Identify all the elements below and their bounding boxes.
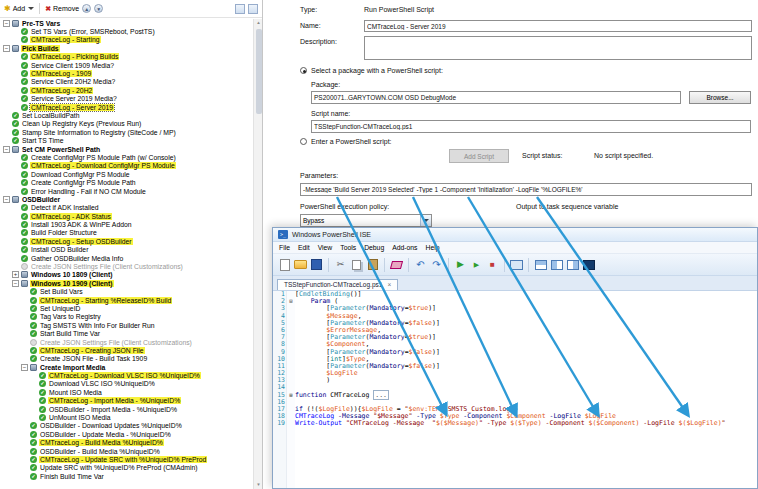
menu-help[interactable]: Help xyxy=(426,244,440,251)
browse-button[interactable]: Browse... xyxy=(689,91,751,104)
tree-item[interactable]: ✓Create ConfigMgr PS Module Path xyxy=(0,178,253,186)
menu-debug[interactable]: Debug xyxy=(364,244,384,251)
fold-expand-icon[interactable]: ⊞ xyxy=(287,392,295,399)
tree-item[interactable]: −Pick Builds xyxy=(0,44,253,52)
name-field[interactable] xyxy=(364,20,752,32)
tree-item[interactable]: ✓CMTraceLog - ADK Status xyxy=(0,212,253,220)
tree-item[interactable]: ✓Stamp Site Information to Registry (Sit… xyxy=(0,128,253,136)
tree-item[interactable]: −Create Import Media xyxy=(0,363,253,371)
tree-item[interactable]: ✓CMTraceLog - 1909 xyxy=(0,69,253,77)
tree-item[interactable]: ✓Install 1903 ADK & WinPE Addon xyxy=(0,220,253,228)
runsel-icon[interactable]: ▶ xyxy=(470,258,483,271)
tree-item[interactable]: ✓Set TS Vars (Error, SMSReboot, PostTS) xyxy=(0,27,253,35)
collapse-icon[interactable]: − xyxy=(21,364,28,371)
scrollbar-thumb[interactable] xyxy=(256,29,262,114)
remove-button[interactable]: ✖ Remove xyxy=(45,5,79,13)
tree-item[interactable]: ✓Finish Build Time Var xyxy=(0,472,253,480)
tree-item[interactable]: ✓Service Client 1909 Media? xyxy=(0,61,253,69)
tree-item[interactable]: ✓Tag SMSTS With Info For Builder Run xyxy=(0,321,253,329)
remote-icon[interactable] xyxy=(510,258,523,271)
chevron-down-icon[interactable] xyxy=(28,7,34,10)
tree-item[interactable]: ✓CMTraceLog - Update SRC with %UniqueID%… xyxy=(0,455,253,463)
new-icon[interactable] xyxy=(278,258,291,271)
scroll-down-icon[interactable]: ▼ xyxy=(254,481,263,489)
collapse-all-icon[interactable] xyxy=(248,4,258,14)
tree-item[interactable]: ✓CMTraceLog - 20H2 xyxy=(0,86,253,94)
tree-item[interactable]: ✓Install OSD Builder xyxy=(0,246,253,254)
tree-item[interactable]: ✓Clean Up Registry Keys (Previous Run) xyxy=(0,120,253,128)
menu-edit[interactable]: Edit xyxy=(298,244,310,251)
tree-item[interactable]: ✓CMTraceLog - Server 2019 xyxy=(0,103,253,111)
select-package-radio[interactable]: Select a package with a PowerShell scrip… xyxy=(300,67,443,74)
package-field[interactable]: PS200071..GARYTOWN.COM OSD DebugMode xyxy=(311,91,681,104)
stop-icon[interactable]: ■ xyxy=(486,258,499,271)
tree-item[interactable]: ✓CMTraceLog - Build Media %UniqueID% xyxy=(0,439,253,447)
save-icon[interactable] xyxy=(310,258,323,271)
menu-file[interactable]: File xyxy=(279,244,290,251)
tree-item[interactable]: ✓Set LocalBuildPath xyxy=(0,111,253,119)
enter-script-radio[interactable]: Enter a PowerShell script: xyxy=(300,138,392,145)
pane-split-icon[interactable] xyxy=(550,258,563,271)
tree-item[interactable]: ✓Create ConfigMgr PS Module Path (w/ Con… xyxy=(0,153,253,161)
undo-icon[interactable]: ↶ xyxy=(414,258,427,271)
tree-item[interactable]: −Windows 10 1909 (Client) xyxy=(0,279,253,287)
move-up-icon[interactable]: ▲ xyxy=(82,4,91,13)
execution-policy-select[interactable]: Bypass xyxy=(300,214,432,227)
tree-item[interactable]: ✓CMTraceLog - Import Media - %UniqueID% xyxy=(0,397,253,405)
tree-item[interactable]: ✓CMTraceLog - Picking Builds xyxy=(0,53,253,61)
scroll-up-icon[interactable]: ▲ xyxy=(254,19,263,27)
parameters-field[interactable] xyxy=(300,183,752,196)
tree-item[interactable]: ✓CMTraceLog - Download VLSC ISO %UniqueI… xyxy=(0,371,253,379)
tree-item[interactable]: ✓Set UniqueID xyxy=(0,304,253,312)
tree-item[interactable]: ✓Download VLSC ISO %UniqueID% xyxy=(0,380,253,388)
tree-item[interactable]: ✓CMTraceLog - Download ConfigMgr PS Modu… xyxy=(0,162,253,170)
tree-item[interactable]: ✓Create JSON File - Build Task 1909 xyxy=(0,355,253,363)
script-tab[interactable]: TSStepFunction-CMTraceLog.ps1 × xyxy=(277,279,398,290)
collapse-icon[interactable]: − xyxy=(3,20,10,27)
collapse-icon[interactable]: − xyxy=(3,196,10,203)
tree-item[interactable]: ✓Detect if ADK Installed xyxy=(0,204,253,212)
tree-item[interactable]: ✓OSDBuilder - Download Updates %UniqueID… xyxy=(0,422,253,430)
close-icon[interactable]: × xyxy=(387,281,391,288)
tree-item[interactable]: ✓OSDBuilder - Update Media - %UniqueID% xyxy=(0,430,253,438)
tree-item[interactable]: ✓CMTraceLog - Starting xyxy=(0,36,253,44)
tree-item[interactable]: ✓Service Server 2019 Media? xyxy=(0,95,253,103)
tree-item[interactable]: ✓Download ConfigMgr PS Module xyxy=(0,170,253,178)
console-icon[interactable] xyxy=(582,258,595,271)
tree-item[interactable]: ✓Service Client 20H2 Media? xyxy=(0,78,253,86)
tree-item[interactable]: ✓Start Build Time Var xyxy=(0,329,253,337)
tree-item[interactable]: Create JSON Settings File (Client Custom… xyxy=(0,338,253,346)
copy-icon[interactable] xyxy=(350,258,363,271)
collapse-icon[interactable]: − xyxy=(12,280,19,287)
tree-item[interactable]: ✓Build Folder Structure xyxy=(0,229,253,237)
tree-item[interactable]: ✓Error Handling - Fail if NO CM Module xyxy=(0,187,253,195)
tree-item[interactable]: ✓CMTraceLog - Creating JSON File xyxy=(0,346,253,354)
cut-icon[interactable]: ✂ xyxy=(334,258,347,271)
tree-item[interactable]: −Set CM PowerShell Path xyxy=(0,145,253,153)
tree-item[interactable]: ✓CMTraceLog - Setup OSDBuilder xyxy=(0,237,253,245)
run-icon[interactable]: ▶ xyxy=(454,258,467,271)
menu-tools[interactable]: Tools xyxy=(340,244,356,251)
paste-icon[interactable] xyxy=(366,258,379,271)
tree-item[interactable]: −Pre-TS Vars xyxy=(0,19,253,27)
tree-item[interactable]: ✓Update SRC with %UniqueID% PreProd (CMA… xyxy=(0,464,253,472)
add-script-button[interactable]: Add Script xyxy=(449,149,509,163)
move-down-icon[interactable]: ▼ xyxy=(94,4,103,13)
tree-item[interactable]: ✓OSDBuilder - Import Media - %UniqueID% xyxy=(0,405,253,413)
script-name-field[interactable] xyxy=(311,120,751,133)
tree-item[interactable]: ✓UnMount ISO Media xyxy=(0,413,253,421)
script-editor[interactable]: 1[CmdletBinding()]2⊟ Param (3 [Parameter… xyxy=(273,291,757,488)
description-field[interactable] xyxy=(364,36,752,60)
tree-item[interactable]: ✓Tag Vars to Registry xyxy=(0,313,253,321)
pane-top-icon[interactable] xyxy=(534,258,547,271)
expand-icon[interactable]: + xyxy=(12,271,19,278)
expand-all-icon[interactable] xyxy=(235,4,245,14)
tree-item[interactable]: ✓OSDBuilder - Build Media %UniqueID% xyxy=(0,447,253,455)
collapse-icon[interactable]: − xyxy=(3,146,10,153)
pane-right-icon[interactable] xyxy=(566,258,579,271)
menu-view[interactable]: View xyxy=(318,244,333,251)
tree-item[interactable]: Create JSON Settings File (Client Custom… xyxy=(0,262,253,270)
open-icon[interactable] xyxy=(294,258,307,271)
tree-item[interactable]: ✓Gather OSDBuilder Media Info xyxy=(0,254,253,262)
menu-addons[interactable]: Add-ons xyxy=(392,244,417,251)
